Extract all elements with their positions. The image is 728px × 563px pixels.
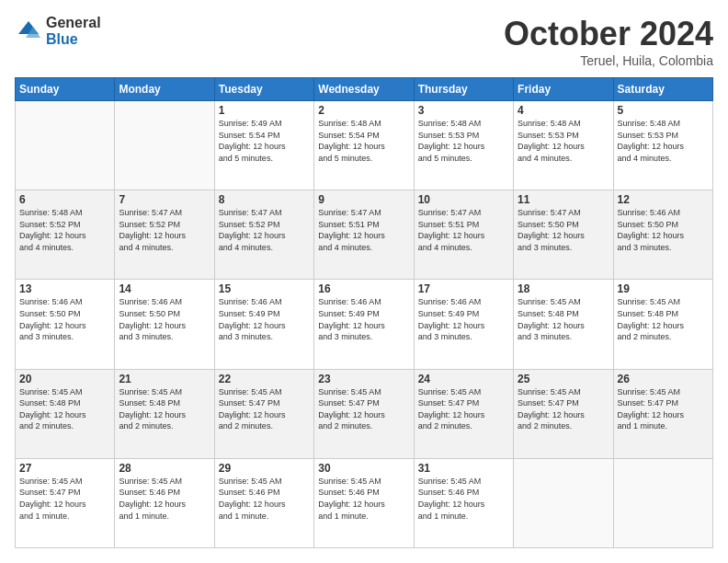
- week-row-2: 6Sunrise: 5:48 AM Sunset: 5:52 PM Daylig…: [16, 190, 713, 280]
- day-info: Sunrise: 5:46 AM Sunset: 5:49 PM Dayligh…: [219, 297, 286, 341]
- day-info: Sunrise: 5:47 AM Sunset: 5:52 PM Dayligh…: [119, 208, 186, 252]
- day-info: Sunrise: 5:45 AM Sunset: 5:46 PM Dayligh…: [219, 477, 286, 521]
- page: General Blue October 2024 Teruel, Huila,…: [0, 0, 728, 563]
- day-info: Sunrise: 5:47 AM Sunset: 5:51 PM Dayligh…: [318, 208, 385, 252]
- title-block: October 2024 Teruel, Huila, Colombia: [504, 15, 713, 68]
- logo: General Blue: [15, 15, 101, 47]
- day-cell: 6Sunrise: 5:48 AM Sunset: 5:52 PM Daylig…: [16, 190, 115, 280]
- day-number: 19: [618, 282, 709, 295]
- day-cell: [115, 101, 214, 190]
- day-cell: 15Sunrise: 5:46 AM Sunset: 5:49 PM Dayli…: [214, 280, 313, 369]
- day-info: Sunrise: 5:45 AM Sunset: 5:48 PM Dayligh…: [119, 387, 186, 431]
- day-number: 16: [318, 282, 409, 295]
- day-cell: 16Sunrise: 5:46 AM Sunset: 5:49 PM Dayli…: [314, 280, 414, 369]
- day-number: 26: [618, 373, 709, 385]
- day-cell: 21Sunrise: 5:45 AM Sunset: 5:48 PM Dayli…: [115, 369, 214, 458]
- day-number: 13: [19, 282, 110, 295]
- day-number: 28: [119, 462, 210, 475]
- day-cell: 25Sunrise: 5:45 AM Sunset: 5:47 PM Dayli…: [514, 369, 613, 458]
- day-number: 11: [518, 193, 609, 206]
- logo-blue: Blue: [46, 31, 101, 48]
- day-info: Sunrise: 5:49 AM Sunset: 5:54 PM Dayligh…: [219, 119, 286, 163]
- day-info: Sunrise: 5:45 AM Sunset: 5:46 PM Dayligh…: [119, 477, 186, 521]
- day-number: 23: [318, 373, 409, 385]
- day-cell: [514, 458, 613, 547]
- day-cell: 29Sunrise: 5:45 AM Sunset: 5:46 PM Dayli…: [214, 458, 313, 547]
- day-number: 9: [318, 193, 409, 206]
- day-cell: 8Sunrise: 5:47 AM Sunset: 5:52 PM Daylig…: [214, 190, 313, 280]
- day-info: Sunrise: 5:45 AM Sunset: 5:48 PM Dayligh…: [618, 297, 685, 341]
- day-cell: 30Sunrise: 5:45 AM Sunset: 5:46 PM Dayli…: [314, 458, 414, 547]
- day-cell: 5Sunrise: 5:48 AM Sunset: 5:53 PM Daylig…: [613, 101, 712, 190]
- day-cell: 20Sunrise: 5:45 AM Sunset: 5:48 PM Dayli…: [16, 369, 115, 458]
- day-number: 22: [219, 373, 310, 385]
- day-info: Sunrise: 5:47 AM Sunset: 5:52 PM Dayligh…: [219, 208, 286, 252]
- day-cell: 19Sunrise: 5:45 AM Sunset: 5:48 PM Dayli…: [613, 280, 712, 369]
- day-info: Sunrise: 5:45 AM Sunset: 5:46 PM Dayligh…: [418, 477, 485, 521]
- week-row-1: 1Sunrise: 5:49 AM Sunset: 5:54 PM Daylig…: [16, 101, 713, 190]
- location: Teruel, Huila, Colombia: [504, 53, 713, 68]
- day-cell: 10Sunrise: 5:47 AM Sunset: 5:51 PM Dayli…: [414, 190, 513, 280]
- day-cell: 1Sunrise: 5:49 AM Sunset: 5:54 PM Daylig…: [214, 101, 313, 190]
- month-title: October 2024: [504, 15, 713, 53]
- day-cell: 31Sunrise: 5:45 AM Sunset: 5:46 PM Dayli…: [414, 458, 513, 547]
- weekday-header-wednesday: Wednesday: [314, 78, 414, 101]
- day-info: Sunrise: 5:46 AM Sunset: 5:50 PM Dayligh…: [19, 297, 86, 341]
- day-cell: 2Sunrise: 5:48 AM Sunset: 5:54 PM Daylig…: [314, 101, 414, 190]
- day-cell: 17Sunrise: 5:46 AM Sunset: 5:49 PM Dayli…: [414, 280, 513, 369]
- day-info: Sunrise: 5:48 AM Sunset: 5:53 PM Dayligh…: [418, 119, 485, 163]
- day-cell: [613, 458, 712, 547]
- week-row-3: 13Sunrise: 5:46 AM Sunset: 5:50 PM Dayli…: [16, 280, 713, 369]
- day-number: 10: [418, 193, 509, 206]
- day-info: Sunrise: 5:45 AM Sunset: 5:47 PM Dayligh…: [219, 387, 286, 431]
- day-number: 14: [119, 282, 210, 295]
- day-info: Sunrise: 5:45 AM Sunset: 5:47 PM Dayligh…: [19, 477, 86, 521]
- day-number: 7: [119, 193, 210, 206]
- day-cell: 12Sunrise: 5:46 AM Sunset: 5:50 PM Dayli…: [613, 190, 712, 280]
- day-cell: 18Sunrise: 5:45 AM Sunset: 5:48 PM Dayli…: [514, 280, 613, 369]
- day-cell: 22Sunrise: 5:45 AM Sunset: 5:47 PM Dayli…: [214, 369, 313, 458]
- day-cell: 23Sunrise: 5:45 AM Sunset: 5:47 PM Dayli…: [314, 369, 414, 458]
- day-number: 5: [618, 104, 709, 117]
- day-info: Sunrise: 5:45 AM Sunset: 5:47 PM Dayligh…: [318, 387, 385, 431]
- weekday-header-sunday: Sunday: [16, 78, 115, 101]
- header: General Blue October 2024 Teruel, Huila,…: [15, 15, 713, 68]
- day-info: Sunrise: 5:45 AM Sunset: 5:48 PM Dayligh…: [518, 297, 585, 341]
- day-number: 20: [19, 373, 110, 385]
- day-number: 30: [318, 462, 409, 475]
- day-number: 29: [219, 462, 310, 475]
- logo-text: General Blue: [46, 15, 101, 47]
- day-cell: 13Sunrise: 5:46 AM Sunset: 5:50 PM Dayli…: [16, 280, 115, 369]
- day-cell: 3Sunrise: 5:48 AM Sunset: 5:53 PM Daylig…: [414, 101, 513, 190]
- day-number: 24: [418, 373, 509, 385]
- day-info: Sunrise: 5:48 AM Sunset: 5:53 PM Dayligh…: [518, 119, 585, 163]
- day-info: Sunrise: 5:48 AM Sunset: 5:53 PM Dayligh…: [618, 119, 685, 163]
- weekday-header-monday: Monday: [115, 78, 214, 101]
- day-number: 8: [219, 193, 310, 206]
- day-number: 21: [119, 373, 210, 385]
- day-number: 15: [219, 282, 310, 295]
- logo-icon: [15, 17, 42, 45]
- day-number: 18: [518, 282, 609, 295]
- logo-general: General: [46, 15, 101, 31]
- weekday-header-row: SundayMondayTuesdayWednesdayThursdayFrid…: [16, 78, 713, 101]
- day-cell: 9Sunrise: 5:47 AM Sunset: 5:51 PM Daylig…: [314, 190, 414, 280]
- day-info: Sunrise: 5:45 AM Sunset: 5:47 PM Dayligh…: [418, 387, 485, 431]
- calendar-table: SundayMondayTuesdayWednesdayThursdayFrid…: [15, 77, 713, 548]
- day-cell: 28Sunrise: 5:45 AM Sunset: 5:46 PM Dayli…: [115, 458, 214, 547]
- day-number: 4: [518, 104, 609, 117]
- day-info: Sunrise: 5:46 AM Sunset: 5:50 PM Dayligh…: [618, 208, 685, 252]
- weekday-header-friday: Friday: [514, 78, 613, 101]
- day-number: 25: [518, 373, 609, 385]
- day-info: Sunrise: 5:45 AM Sunset: 5:46 PM Dayligh…: [318, 477, 385, 521]
- day-info: Sunrise: 5:47 AM Sunset: 5:50 PM Dayligh…: [518, 208, 585, 252]
- day-info: Sunrise: 5:46 AM Sunset: 5:49 PM Dayligh…: [318, 297, 385, 341]
- day-info: Sunrise: 5:46 AM Sunset: 5:50 PM Dayligh…: [119, 297, 186, 341]
- day-info: Sunrise: 5:45 AM Sunset: 5:47 PM Dayligh…: [518, 387, 585, 431]
- day-info: Sunrise: 5:48 AM Sunset: 5:52 PM Dayligh…: [19, 208, 86, 252]
- day-info: Sunrise: 5:45 AM Sunset: 5:48 PM Dayligh…: [19, 387, 86, 431]
- day-cell: 4Sunrise: 5:48 AM Sunset: 5:53 PM Daylig…: [514, 101, 613, 190]
- day-info: Sunrise: 5:48 AM Sunset: 5:54 PM Dayligh…: [318, 119, 385, 163]
- week-row-5: 27Sunrise: 5:45 AM Sunset: 5:47 PM Dayli…: [16, 458, 713, 547]
- day-cell: 24Sunrise: 5:45 AM Sunset: 5:47 PM Dayli…: [414, 369, 513, 458]
